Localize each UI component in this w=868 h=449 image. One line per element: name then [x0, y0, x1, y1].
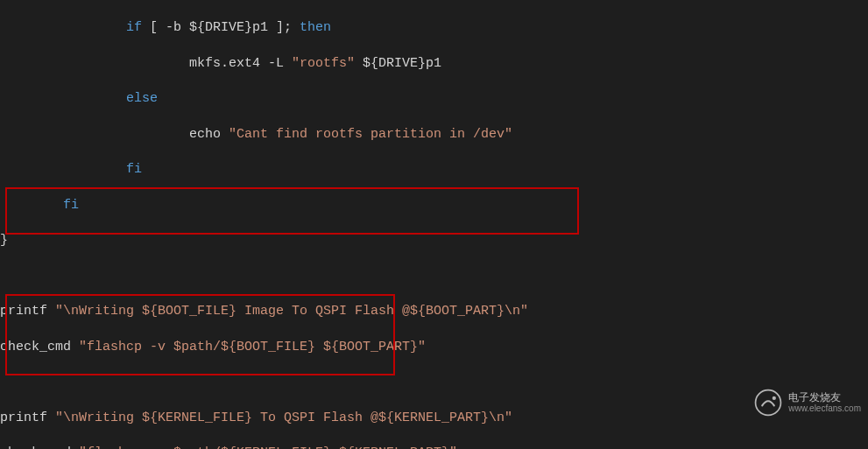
kw-fi: fi — [0, 162, 142, 177]
watermark: 电子发烧友 www.elecfans.com — [753, 388, 861, 417]
kw-fi2: fi — [0, 198, 79, 213]
kw-then: then — [300, 20, 331, 35]
watermark-text: 电子发烧友 www.elecfans.com — [788, 392, 861, 413]
kw-if: if — [0, 20, 142, 35]
svg-point-0 — [756, 390, 781, 416]
kw-else: else — [0, 91, 158, 106]
watermark-logo-icon — [753, 388, 783, 417]
terminal-code: if [ -b ${DRIVE}p1 ]; then mkfs.ext4 -L … — [0, 2, 868, 449]
svg-point-1 — [773, 396, 776, 400]
